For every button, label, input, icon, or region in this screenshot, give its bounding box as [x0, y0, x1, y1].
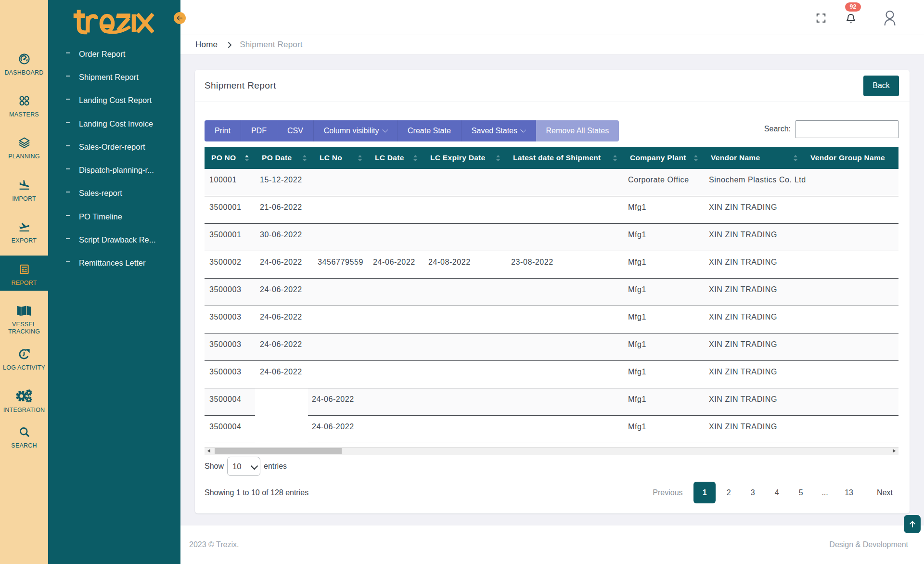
page-length-select[interactable]: 10	[227, 457, 260, 476]
pagination: Previous12345...13Next	[653, 482, 899, 503]
card-body: PrintPDFCSVColumn visibilityCreate State…	[195, 120, 910, 503]
pagination-page-2[interactable]: 2	[718, 482, 740, 503]
table-row[interactable]: 350000324-06-2022Mfg1XIN ZIN TRADING	[205, 306, 898, 333]
chevron-down-icon	[520, 127, 526, 132]
column-header[interactable]: Company Plant	[623, 147, 704, 169]
table-cell	[506, 361, 623, 388]
sidebar-collapse-button[interactable]	[174, 12, 186, 24]
breadcrumb-current: Shipment Report	[240, 40, 303, 50]
card-header: Shipment Report Back	[195, 70, 910, 102]
table-cell: Mfg1	[623, 306, 704, 333]
sidebar-item-label: Shipment Report	[79, 73, 139, 82]
sidebar-item[interactable]: Script Drawback Re...	[48, 228, 180, 251]
rail-item-planning[interactable]: PLANNING	[0, 137, 48, 160]
pagination-page-1[interactable]: 1	[693, 482, 716, 503]
table-cell: 24-06-2022	[255, 251, 313, 279]
notifications-button[interactable]: 92	[845, 13, 857, 25]
table-cell	[804, 169, 898, 196]
user-menu-button[interactable]	[884, 10, 896, 26]
column-header[interactable]: PO NO	[205, 147, 255, 169]
saved-states-button[interactable]: Saved States	[462, 120, 536, 141]
table-row[interactable]: 350000424-06-2022Mfg1XIN ZIN TRADING	[205, 416, 898, 443]
table-row[interactable]: 350000224-06-2022345677955924-06-202224-…	[205, 251, 898, 279]
sidebar-item[interactable]: Remittances Letter	[48, 252, 180, 275]
sidebar-item[interactable]: Shipment Report	[48, 65, 180, 89]
search-input[interactable]	[795, 120, 899, 138]
chevron-right-glyph	[228, 42, 232, 48]
rail-item-import[interactable]: IMPORT	[0, 179, 48, 203]
fullscreen-button[interactable]	[815, 13, 827, 24]
sidebar-item[interactable]: Order Report	[48, 42, 180, 65]
sidebar-item[interactable]: Sales-Order-report	[48, 135, 180, 158]
rail-item-integration[interactable]: INTEGRATION	[0, 389, 48, 414]
table-cell	[313, 169, 368, 196]
table-row[interactable]: 350000324-06-2022Mfg1XIN ZIN TRADING	[205, 279, 898, 306]
sort-icon	[496, 155, 500, 161]
table-cell	[804, 361, 898, 388]
table-cell	[804, 333, 898, 361]
table-row[interactable]: 10000115-12-2022Corporate OfficeSinochem…	[205, 169, 898, 196]
sidebar-item[interactable]: Landing Cost Report	[48, 89, 180, 112]
rail-item-masters[interactable]: MASTERS	[0, 95, 48, 118]
column-header[interactable]: LC Expiry Date	[424, 147, 506, 169]
column-header[interactable]: LC No	[313, 147, 368, 169]
table-cell	[506, 306, 623, 333]
back-button[interactable]: Back	[863, 76, 899, 96]
table-row[interactable]: 350000424-06-2022Mfg1XIN ZIN TRADING	[205, 388, 898, 416]
credit-text: Design & Development	[829, 540, 908, 549]
sidebar-item[interactable]: Dispatch-planning-r...	[48, 158, 180, 181]
pagination-page-5[interactable]: 5	[790, 482, 812, 503]
breadcrumb-home-link[interactable]: Home	[195, 40, 218, 50]
column-visibility-button[interactable]: Column visibility	[314, 120, 398, 141]
sidebar-item[interactable]: PO Timeline	[48, 205, 180, 228]
column-header[interactable]: LC Date	[368, 147, 424, 169]
table-cell: XIN ZIN TRADING	[704, 416, 804, 443]
pagination-next[interactable]: Next	[877, 488, 899, 497]
sidebar-item[interactable]: Sales-report	[48, 182, 180, 205]
scrollbar-thumb[interactable]	[215, 448, 342, 454]
rail-label: LOG ACTIVITY	[0, 364, 48, 372]
table-row[interactable]: 350000121-06-2022Mfg1XIN ZIN TRADING	[205, 196, 898, 224]
column-header[interactable]: Vendor Name	[704, 147, 804, 169]
table-body: 10000115-12-2022Corporate OfficeSinochem…	[205, 169, 898, 443]
csv-button[interactable]: CSV	[277, 120, 314, 141]
column-header[interactable]: PO Date	[255, 147, 313, 169]
pagination-page-4[interactable]: 4	[766, 482, 788, 503]
rail-label: SEARCH	[0, 442, 48, 449]
dash-icon	[66, 192, 70, 192]
column-header[interactable]: Latest date of Shipment	[506, 147, 623, 169]
pagination-page-13[interactable]: 13	[838, 482, 860, 503]
table-cell	[804, 416, 898, 443]
rail-item-search[interactable]: SEARCH	[0, 426, 48, 449]
sidebar-item-label: Remittances Letter	[79, 258, 145, 268]
sort-icon	[694, 155, 698, 161]
horizontal-scrollbar[interactable]	[205, 447, 898, 455]
rail-label: REPORT	[0, 280, 48, 287]
rail-item-log-activity[interactable]: LOG ACTIVITY	[0, 348, 48, 372]
rail-item-dashboard[interactable]: DASHBOARD	[0, 53, 48, 77]
table-cell: 24-08-2022	[424, 251, 506, 279]
rail-item-vessel-tracking[interactable]: VESSELTRACKING	[0, 305, 48, 335]
table-cell: 21-06-2022	[255, 196, 313, 224]
create-state-button[interactable]: Create State	[398, 120, 462, 141]
table-row[interactable]: 350000130-06-2022Mfg1XIN ZIN TRADING	[205, 224, 898, 251]
dash-icon	[66, 145, 70, 146]
table-cell	[804, 196, 898, 224]
table-cell	[804, 279, 898, 306]
scroll-left-arrow-icon[interactable]	[207, 449, 210, 453]
table-row[interactable]: 350000324-06-2022Mfg1XIN ZIN TRADING	[205, 333, 898, 361]
table-footer-row: Showing 1 to 10 of 128 entries Previous1…	[205, 482, 899, 503]
table-row[interactable]: 350000324-06-2022Mfg1XIN ZIN TRADING	[205, 361, 898, 388]
scroll-right-arrow-icon[interactable]	[893, 449, 896, 453]
column-header[interactable]: Vendor Group Name	[804, 147, 898, 169]
pdf-button[interactable]: PDF	[241, 120, 277, 141]
print-button[interactable]: Print	[205, 120, 241, 141]
rail-item-export[interactable]: EXPORT	[0, 221, 48, 244]
pagination-previous[interactable]: Previous	[653, 488, 682, 497]
bell-icon	[845, 13, 857, 25]
rail-item-report[interactable]: REPORT	[0, 256, 48, 291]
remove-all-states-button[interactable]: Remove All States	[536, 120, 619, 141]
sidebar-item[interactable]: Landing Cost Invoice	[48, 112, 180, 135]
pagination-page-3[interactable]: 3	[742, 482, 764, 503]
scroll-to-top-button[interactable]	[904, 515, 921, 533]
